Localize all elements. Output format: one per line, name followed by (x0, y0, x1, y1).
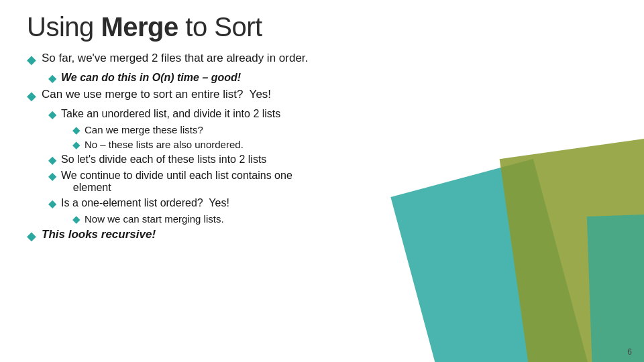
slide-content: Using Merge to Sort ◆ So far, we've merg… (0, 0, 644, 362)
bullet-text-solets: So let's divide each of these lists into… (61, 154, 266, 166)
bullet-text-recursive: This looks recursive! (42, 228, 156, 241)
diamond-icon-8: ◆ (48, 170, 56, 182)
bullet-l1-sofar: ◆ So far, we've merged 2 files that are … (27, 52, 617, 67)
bullet-l2-wecontinue: ◆ We continue to divide until each list … (27, 170, 617, 194)
bullet-l2-wecan: ◆ We can do this in O(n) time – good! (27, 72, 617, 84)
diamond-icon-11: ◆ (27, 229, 36, 243)
diamond-icon-9: ◆ (48, 197, 56, 210)
bullet-l1-canwe: ◆ Can we use merge to sort an entire lis… (27, 88, 617, 103)
diamond-icon-7: ◆ (48, 154, 56, 166)
title-bold: Merge (101, 12, 178, 42)
diamond-icon-5: ◆ (72, 124, 80, 136)
bullet-text-wecontinue: We continue to divide until each list co… (61, 170, 292, 194)
bullet-text-canmerge: Can we merge these lists? (85, 124, 203, 135)
slide-number: 6 (627, 347, 632, 357)
diamond-icon-10: ◆ (72, 213, 80, 225)
bullet-text-no: No – these lists are also unordered. (85, 139, 244, 150)
bullet-l2-solets: ◆ So let's divide each of these lists in… (27, 154, 617, 166)
title-suffix: to Sort (178, 12, 262, 42)
bullet-l3-now: ◆ Now we can start merging lists. (27, 213, 617, 225)
bullet-l3-canmerge: ◆ Can we merge these lists? (27, 124, 617, 136)
bullet-text-now: Now we can start merging lists. (85, 213, 224, 225)
bullet-l2-take: ◆ Take an unordered list, and divide it … (27, 108, 617, 121)
diamond-icon-2: ◆ (48, 72, 56, 84)
slide-title: Using Merge to Sort (27, 12, 617, 42)
bullet-text-sofar: So far, we've merged 2 files that are al… (42, 52, 308, 65)
bullet-l1-recursive: ◆ This looks recursive! (27, 228, 617, 243)
bullet-l2-isone: ◆ Is a one-element list ordered? Yes! (27, 197, 617, 210)
bullet-text-wecan: We can do this in O(n) time – good! (61, 72, 241, 84)
title-prefix: Using (27, 12, 101, 42)
bullet-text-take: Take an unordered list, and divide it in… (61, 108, 280, 120)
bullet-text-canwe: Can we use merge to sort an entire list?… (42, 88, 271, 101)
diamond-icon-1: ◆ (27, 52, 36, 67)
bullet-text-isone: Is a one-element list ordered? Yes! (61, 197, 229, 209)
diamond-icon-4: ◆ (48, 108, 56, 121)
diamond-icon-6: ◆ (72, 139, 80, 151)
diamond-icon-3: ◆ (27, 88, 36, 103)
bullet-l3-no: ◆ No – these lists are also unordered. (27, 139, 617, 151)
